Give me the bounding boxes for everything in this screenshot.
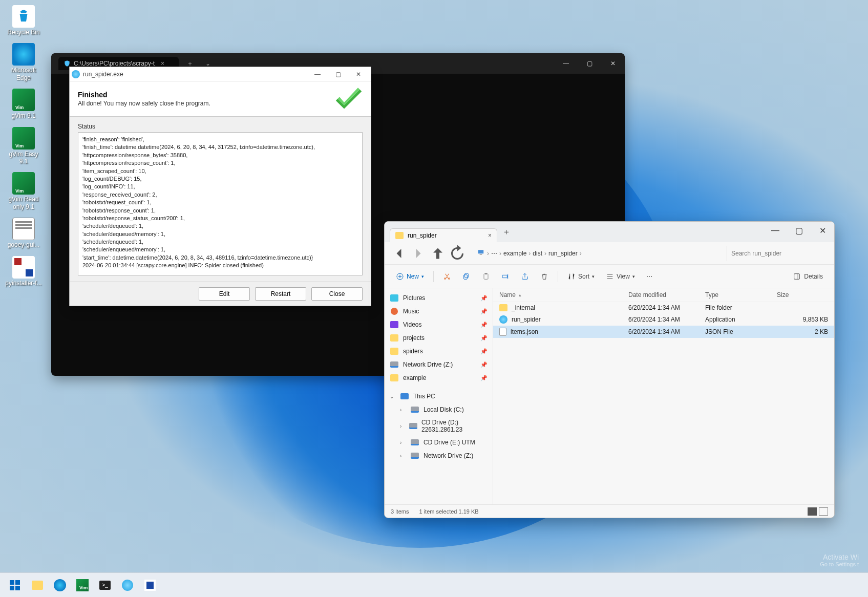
sidebar-item[interactable]: Videos📌 (385, 318, 493, 331)
sidebar-item-drive[interactable]: ›CD Drive (D:) 22631.2861.23 (385, 416, 493, 436)
explorer-close-button[interactable]: ✕ (811, 222, 834, 239)
view-thumbnails-icon[interactable] (819, 507, 828, 516)
sidebar-item-drive[interactable]: ›Local Disk (C:) (385, 403, 493, 416)
paste-button[interactable] (478, 270, 494, 283)
file-row[interactable]: _internal6/20/2024 1:34 AMFile folder (493, 302, 834, 313)
file-name: run_spider (512, 316, 541, 323)
taskbar-gvim-icon[interactable] (72, 575, 93, 595)
pin-icon[interactable]: 📌 (480, 348, 488, 355)
sidebar-item[interactable]: example📌 (385, 371, 493, 385)
breadcrumb-segment[interactable]: run_spider (548, 250, 578, 257)
pin-icon[interactable]: 📌 (480, 375, 488, 381)
view-details-icon[interactable] (808, 507, 817, 516)
taskbar-edge-icon[interactable] (49, 575, 71, 595)
desktop-icon-edge[interactable]: Microsoft Edge (4, 43, 43, 81)
terminal-maximize-button[interactable]: ▢ (578, 53, 601, 74)
file-list[interactable]: Name▴ Date modified Type Size _internal6… (493, 288, 834, 504)
taskbar-terminal-icon[interactable]: >_ (94, 575, 116, 595)
runspider-dialog[interactable]: run_spider.exe — ▢ ✕ Finished All done! … (69, 67, 371, 306)
breadcrumb[interactable]: › ⋯ › example›dist›run_spider› (473, 245, 721, 262)
back-button[interactable] (390, 245, 408, 262)
sidebar-item[interactable]: Music📌 (385, 305, 493, 318)
explorer-window[interactable]: run_spider × ＋ — ▢ ✕ › ⋯ › example›dist›… (384, 221, 835, 518)
sidebar-item-thispc[interactable]: ⌄This PC (385, 390, 493, 403)
up-button[interactable] (429, 245, 447, 262)
pin-icon[interactable]: 📌 (480, 322, 488, 328)
pin-icon[interactable]: 📌 (480, 335, 488, 342)
sidebar-item-drive[interactable]: ›CD Drive (E:) UTM (385, 436, 493, 449)
start-button[interactable] (4, 575, 26, 595)
edit-button[interactable]: Edit (199, 287, 250, 301)
pin-icon[interactable]: 📌 (480, 308, 488, 315)
taskbar-explorer-icon[interactable] (27, 575, 48, 595)
dialog-maximize-button[interactable]: ▢ (328, 67, 348, 81)
explorer-minimize-button[interactable]: — (764, 222, 787, 239)
chevron-right-icon[interactable]: › (400, 423, 405, 429)
explorer-maximize-button[interactable]: ▢ (787, 222, 811, 239)
breadcrumb-segment[interactable]: example (503, 250, 526, 257)
desktop-icon-pyi[interactable]: pyinstaller-f... (4, 256, 43, 287)
more-button[interactable]: ⋯ (642, 270, 657, 283)
desktop-icon-txt[interactable]: gooey-gui... (4, 218, 43, 248)
breadcrumb-segment[interactable]: dist (533, 250, 542, 257)
desktop-icon-vim[interactable]: gVim Read only 9.1 (4, 172, 43, 210)
pin-icon[interactable]: 📌 (480, 361, 488, 368)
dialog-close-button[interactable]: ✕ (348, 67, 369, 81)
taskbar-runspider-icon[interactable] (117, 575, 138, 595)
search-input[interactable] (727, 246, 829, 261)
sidebar-item[interactable]: Pictures📌 (385, 291, 493, 305)
restart-button[interactable]: Restart (255, 287, 306, 301)
desktop-icon-vim[interactable]: gVim Easy 9.1 (4, 127, 43, 165)
chevron-right-icon[interactable]: › (400, 440, 406, 445)
dialog-titlebar[interactable]: run_spider.exe — ▢ ✕ (70, 67, 371, 81)
drive-icon (410, 406, 419, 414)
explorer-tab[interactable]: run_spider × (390, 228, 497, 242)
taskbar-pyinstaller-icon[interactable] (139, 575, 161, 595)
file-name: _internal (512, 304, 535, 311)
sidebar-item[interactable]: projects📌 (385, 331, 493, 345)
rename-button[interactable] (497, 270, 514, 283)
status-line: 'robotstxt/response_status_count/200': 1… (82, 215, 358, 222)
share-button[interactable] (517, 270, 533, 283)
sidebar-item[interactable]: spiders📌 (385, 345, 493, 358)
forward-button[interactable] (409, 245, 428, 262)
status-line: 'item_scraped_count': 10, (82, 167, 358, 175)
chevron-right-icon[interactable]: › (400, 407, 406, 413)
delete-button[interactable] (536, 270, 553, 283)
breadcrumb-more-icon[interactable]: ⋯ (491, 250, 497, 257)
col-type[interactable]: Type (705, 291, 777, 298)
col-size[interactable]: Size (777, 291, 828, 298)
explorer-tab-close-icon[interactable]: × (488, 232, 492, 239)
chevron-down-icon[interactable]: ⌄ (390, 394, 396, 399)
desktop-icon-vim[interactable]: gVim 9.1 (4, 89, 43, 119)
svg-rect-3 (465, 273, 469, 278)
sort-button[interactable]: Sort▾ (563, 270, 599, 283)
new-button[interactable]: New▾ (392, 270, 428, 283)
col-name[interactable]: Name▴ (499, 291, 628, 298)
col-date[interactable]: Date modified (628, 291, 705, 298)
terminal-close-button[interactable]: ✕ (601, 53, 625, 74)
chevron-right-icon[interactable]: › (400, 453, 406, 459)
status-textarea[interactable]: 'finish_reason': 'finished','finish_time… (78, 132, 363, 275)
close-button[interactable]: Close (311, 287, 363, 301)
cut-button[interactable] (439, 270, 455, 283)
terminal-tab-close-icon[interactable]: × (161, 60, 164, 67)
explorer-new-tab-button[interactable]: ＋ (497, 224, 516, 241)
pin-icon[interactable]: 📌 (480, 295, 488, 302)
drive-icon (410, 452, 419, 460)
file-row[interactable]: items.json6/20/2024 1:34 AMJSON File2 KB (493, 326, 834, 338)
refresh-button[interactable] (448, 245, 467, 262)
dialog-minimize-button[interactable]: — (307, 67, 328, 81)
taskbar[interactable]: >_ (0, 572, 868, 597)
sidebar-item[interactable]: Network Drive (Z:)📌 (385, 358, 493, 371)
details-button[interactable]: Details (789, 270, 827, 283)
file-row[interactable]: run_spider6/20/2024 1:34 AMApplication9,… (493, 313, 834, 326)
explorer-sidebar[interactable]: Pictures📌Music📌Videos📌projects📌spiders📌N… (385, 288, 493, 504)
desktop-icon-bin[interactable]: Recycle Bin (4, 5, 43, 36)
sidebar-item-drive[interactable]: ›Network Drive (Z:) (385, 449, 493, 462)
copy-button[interactable] (458, 270, 475, 283)
explorer-titlebar[interactable]: run_spider × ＋ — ▢ ✕ (385, 222, 834, 242)
column-headers[interactable]: Name▴ Date modified Type Size (493, 288, 834, 302)
view-button[interactable]: View▾ (602, 270, 639, 283)
terminal-minimize-button[interactable]: — (554, 53, 578, 74)
